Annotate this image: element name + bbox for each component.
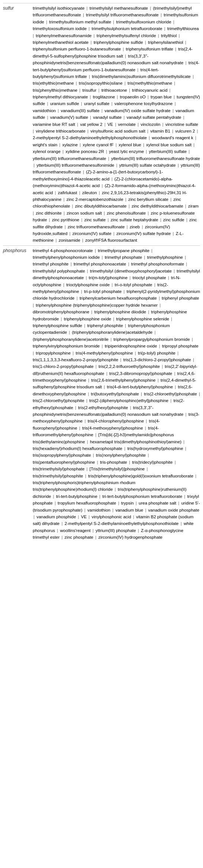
list-item: trioctyl phosphate — [132, 275, 166, 280]
list-item: trimethylsulfonium methyl sulfate — [49, 20, 111, 24]
section-label-phosphorus: phosphorus — [3, 247, 33, 541]
separator: | — [196, 129, 198, 133]
separator: | — [85, 467, 88, 471]
list-item: tripiperidnophosphine oxide — [105, 344, 157, 348]
list-item: triphenylcarbenium hexafluorophosphate — [80, 296, 157, 300]
separator: | — [86, 269, 89, 273]
list-item: vinylphosphonic acid — [91, 515, 131, 519]
section-phosphorus: phosphorustrimethyl 4-phosphonocrotonate… — [3, 245, 200, 541]
separator: | — [174, 385, 177, 389]
list-item: zileuton — [82, 190, 97, 195]
list-item: tris(ethylthio)methane — [33, 81, 74, 85]
separator: | — [80, 101, 83, 106]
list-item: vincristine sulfate — [165, 122, 198, 127]
section-content-phosphorus: trimethyl 4-phosphonocrotonate | trimeth… — [33, 247, 200, 541]
separator: | — [76, 122, 79, 127]
list-item: vamidothion — [87, 508, 110, 512]
separator: | — [184, 412, 187, 417]
list-item: vanadyl sulfate — [93, 115, 122, 120]
separator: | — [112, 20, 115, 24]
list-item: zirconium(IV) hydrogenphosphate — [98, 535, 162, 539]
list-item: tris(2,6-trimethylphenyl)phosphine — [91, 378, 155, 382]
list-item: zinc dibutyldithiocarbamate — [75, 204, 127, 208]
separator: | — [146, 95, 150, 99]
separator: | — [171, 108, 175, 113]
separator: | — [87, 378, 90, 382]
separator: | — [103, 122, 106, 127]
list-item: triphenylphosphine diiodide — [94, 310, 146, 314]
separator: | — [184, 255, 186, 260]
separator: | — [156, 378, 160, 382]
separator: | — [60, 535, 64, 539]
separator: | — [145, 467, 148, 471]
separator: | — [135, 501, 138, 505]
separator: | — [173, 269, 176, 273]
separator: | — [125, 225, 129, 229]
list-item: trimethylsilyl (dimethoxyphosphoryl)acet… — [90, 269, 172, 273]
list-item: tris(2,3-dibromopropyl)phosphate — [109, 371, 172, 376]
separator: | — [100, 344, 104, 348]
separator: | — [149, 6, 152, 10]
list-item: vanadium(III) sulfate — [61, 108, 99, 113]
separator: | — [176, 351, 178, 355]
separator: | — [117, 501, 120, 505]
separator: | — [100, 255, 104, 260]
separator: | — [119, 358, 122, 362]
separator: | — [59, 317, 63, 321]
separator: | — [80, 289, 83, 294]
separator: | — [144, 508, 147, 512]
list-item: vinclozolin — [141, 122, 160, 127]
list-item: zonyl®FSA fluorosurfactant — [85, 238, 137, 242]
list-item: tri-p-tolyl phosphate — [84, 289, 122, 294]
separator: | — [128, 88, 131, 92]
list-item: ziram — [188, 204, 199, 208]
separator: | — [116, 95, 119, 99]
list-item: tris(pentafluorophenyl)phosphine — [33, 460, 95, 464]
separator: | — [33, 129, 35, 133]
separator: | — [78, 426, 81, 430]
separator: | — [185, 218, 188, 222]
separator: | — [147, 310, 150, 314]
separator: | — [33, 515, 36, 519]
list-item: tris(2-chloroethyl)phosphate — [144, 392, 197, 396]
separator: | — [88, 74, 91, 79]
list-item: zinc 2-mercaptobenzothiazole — [67, 197, 123, 202]
list-item: triphenylmethanethiol acetate — [33, 40, 88, 45]
list-item: valerophenone tosylhydrazone — [115, 101, 173, 106]
list-item: trimethyl phosphite — [33, 262, 69, 266]
list-item: triphenylvinylphosphonium bromide — [33, 344, 100, 348]
separator: | — [184, 40, 186, 45]
separator: | — [144, 426, 147, 430]
separator: | — [84, 474, 87, 478]
separator: | — [105, 149, 108, 154]
separator: | — [75, 296, 79, 300]
separator: | — [124, 323, 127, 328]
separator: | — [123, 446, 126, 451]
list-item: zirconium(IV) sulfate — [72, 231, 112, 236]
separator: | — [143, 255, 146, 260]
section-label-sulfur: sulfur — [3, 5, 33, 244]
list-item: tris(isopropylphenyl)phosphate — [33, 453, 91, 457]
separator: | — [123, 81, 127, 85]
separator: | — [160, 13, 163, 17]
list-item: tri-tert-butylphosphine — [56, 494, 97, 499]
list-item: tris[2-(diphenylphosphino)ethyl]phosphin… — [89, 398, 168, 403]
list-item: vinylsulfonic acid sodium salt — [90, 129, 145, 133]
list-item: tris(phenylthio)methane — [33, 88, 77, 92]
separator: | — [82, 170, 85, 174]
separator: | — [124, 197, 128, 202]
separator: | — [184, 446, 186, 451]
list-item: tris(2-chloroethyl)phosphite — [33, 398, 84, 403]
separator: | — [94, 364, 98, 369]
list-item: tris(1-chloro-2-propyl)phosphate — [33, 364, 94, 369]
separator: | — [81, 238, 84, 242]
list-item: trimethylsilyl trifluoromethanesulfonate — [86, 13, 159, 17]
separator: | — [74, 405, 77, 410]
separator: | — [90, 310, 93, 314]
separator: | — [56, 528, 59, 533]
separator: | — [62, 211, 66, 215]
separator: | — [198, 392, 200, 396]
separator: | — [111, 508, 115, 512]
list-item: zinc dithionite — [36, 211, 62, 215]
separator: | — [83, 323, 86, 328]
